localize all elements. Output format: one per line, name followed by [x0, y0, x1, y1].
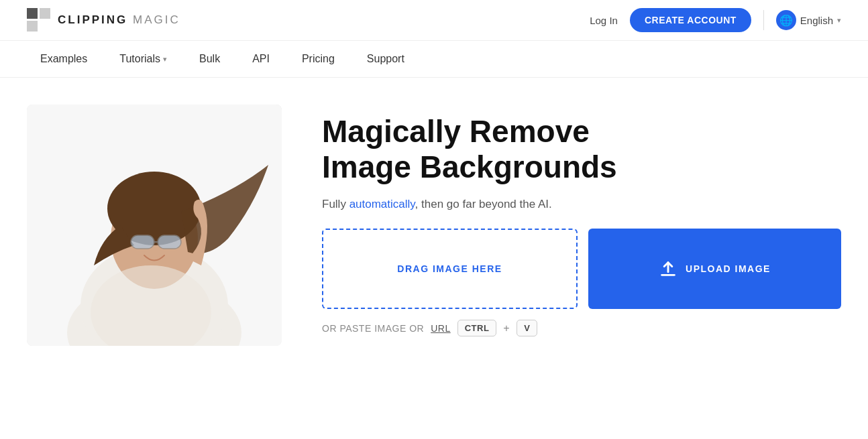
- upload-image-button[interactable]: UPLOAD IMAGE: [588, 229, 841, 309]
- right-content: Magically Remove Image Backgrounds Fully…: [322, 114, 841, 336]
- nav-item-tutorials[interactable]: Tutorials ▾: [106, 41, 180, 77]
- paste-area: OR PASTE IMAGE OR URL CTRL + V: [322, 320, 841, 336]
- main-content: Magically Remove Image Backgrounds Fully…: [0, 78, 868, 386]
- upload-icon: [659, 259, 677, 278]
- hero-subtitle: Fully automatically, then go far beyond …: [322, 196, 841, 213]
- v-key-badge: V: [517, 320, 537, 336]
- top-bar: CLIPPING MAGIC Log In CREATE ACCOUNT 🌐 E…: [0, 0, 868, 78]
- globe-icon: 🌐: [776, 10, 796, 30]
- hero-image: [27, 105, 282, 346]
- nav-item-examples[interactable]: Examples: [27, 41, 101, 77]
- drag-drop-label: DRAG IMAGE HERE: [397, 263, 502, 274]
- upload-area: DRAG IMAGE HERE UPLOAD IMAGE: [322, 229, 841, 309]
- language-selector[interactable]: 🌐 English ▾: [763, 10, 841, 30]
- ctrl-key-badge: CTRL: [457, 320, 497, 336]
- create-account-button[interactable]: CREATE ACCOUNT: [630, 8, 751, 32]
- tutorials-chevron-icon: ▾: [163, 55, 167, 64]
- logo-icon: [27, 8, 51, 32]
- logo-text: CLIPPING MAGIC: [58, 13, 180, 27]
- plus-sign: +: [503, 322, 510, 334]
- nav-item-support[interactable]: Support: [354, 41, 418, 77]
- url-link[interactable]: URL: [431, 323, 451, 334]
- hero-image-area: [27, 105, 282, 346]
- chevron-down-icon: ▾: [837, 16, 841, 25]
- login-link[interactable]: Log In: [590, 15, 618, 26]
- navigation-bar: Examples Tutorials ▾ Bulk API Pricing Su…: [0, 41, 868, 78]
- svg-rect-7: [158, 235, 181, 249]
- drag-drop-zone[interactable]: DRAG IMAGE HERE: [322, 229, 578, 309]
- svg-rect-6: [131, 235, 154, 249]
- nav-item-api[interactable]: API: [239, 41, 283, 77]
- topbar-right: Log In CREATE ACCOUNT 🌐 English ▾: [590, 8, 841, 32]
- language-label: English: [800, 15, 833, 26]
- hero-svg: [27, 105, 282, 346]
- upload-button-label: UPLOAD IMAGE: [686, 263, 771, 274]
- paste-prefix-text: OR PASTE IMAGE OR: [322, 323, 424, 334]
- nav-item-bulk[interactable]: Bulk: [186, 41, 233, 77]
- logo[interactable]: CLIPPING MAGIC: [27, 8, 180, 32]
- nav-item-pricing[interactable]: Pricing: [288, 41, 348, 77]
- hero-title: Magically Remove Image Backgrounds: [322, 114, 841, 185]
